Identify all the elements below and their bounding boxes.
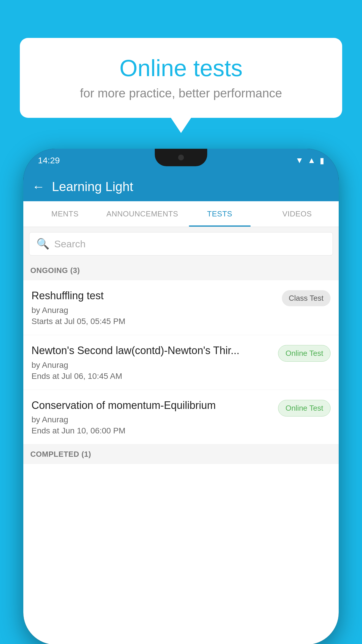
signal-icon: ▲ — [307, 156, 316, 165]
phone-notch — [155, 149, 207, 166]
tab-videos[interactable]: VIDEOS — [259, 201, 336, 227]
search-bar[interactable]: 🔍 Search — [29, 232, 333, 256]
ongoing-section-header: ONGOING (3) — [23, 261, 339, 280]
search-icon: 🔍 — [36, 238, 50, 250]
speech-bubble-container: Online tests for more practice, better p… — [20, 38, 342, 118]
tab-ments[interactable]: MENTS — [26, 201, 104, 227]
status-bar: 14:29 ▼ ▲ ▮ — [23, 149, 339, 172]
test-name: Conservation of momentum-Equilibrium — [31, 399, 272, 412]
bubble-title: Online tests — [34, 55, 328, 81]
bubble-subtitle: for more practice, better performance — [34, 86, 328, 100]
app-title: Learning Light — [52, 179, 133, 194]
test-author: by Anurag — [31, 415, 272, 424]
test-time: Ends at Jul 06, 10:45 AM — [31, 372, 272, 381]
battery-icon: ▮ — [320, 156, 324, 165]
tab-announcements[interactable]: ANNOUNCEMENTS — [104, 201, 181, 227]
test-item[interactable]: Newton's Second law(contd)-Newton's Thir… — [23, 335, 339, 390]
test-author: by Anurag — [31, 306, 276, 315]
test-list: Reshuffling test by Anurag Starts at Jul… — [23, 280, 339, 444]
phone-frame: 14:29 ▼ ▲ ▮ ← Learning Light MENTS ANNOU… — [23, 149, 339, 644]
test-name: Newton's Second law(contd)-Newton's Thir… — [31, 344, 272, 358]
search-container: 🔍 Search — [23, 227, 339, 261]
test-item[interactable]: Conservation of momentum-Equilibrium by … — [23, 390, 339, 445]
status-time: 14:29 — [38, 155, 60, 165]
test-badge-online: Online Test — [278, 400, 331, 416]
status-icons: ▼ ▲ ▮ — [296, 156, 324, 165]
test-info: Newton's Second law(contd)-Newton's Thir… — [31, 344, 272, 381]
test-time: Starts at Jul 05, 05:45 PM — [31, 317, 276, 326]
test-badge-class: Class Test — [282, 290, 331, 306]
test-badge-online: Online Test — [278, 345, 331, 362]
tabs-bar: MENTS ANNOUNCEMENTS TESTS VIDEOS — [23, 201, 339, 227]
completed-section-header: COMPLETED (1) — [23, 444, 339, 464]
wifi-icon: ▼ — [296, 156, 304, 165]
search-placeholder: Search — [54, 238, 86, 250]
speech-bubble: Online tests for more practice, better p… — [20, 38, 342, 118]
test-item[interactable]: Reshuffling test by Anurag Starts at Jul… — [23, 280, 339, 335]
test-info: Conservation of momentum-Equilibrium by … — [31, 399, 272, 436]
test-time: Ends at Jun 10, 06:00 PM — [31, 426, 272, 435]
tab-tests[interactable]: TESTS — [181, 201, 259, 227]
test-name: Reshuffling test — [31, 289, 276, 303]
back-button[interactable]: ← — [32, 179, 45, 194]
phone-screen: MENTS ANNOUNCEMENTS TESTS VIDEOS 🔍 Searc… — [23, 201, 339, 644]
test-info: Reshuffling test by Anurag Starts at Jul… — [31, 289, 276, 326]
app-header: ← Learning Light — [23, 172, 339, 201]
test-author: by Anurag — [31, 360, 272, 370]
camera — [178, 155, 184, 160]
